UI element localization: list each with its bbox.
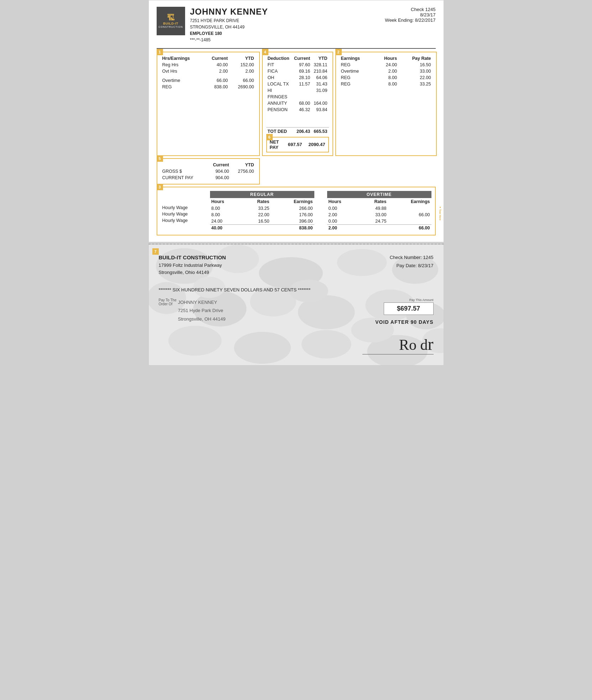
col-current: Current	[203, 55, 229, 62]
check-company-info: BUILD-IT CONSTRUCTION 17999 Foltz Indust…	[159, 253, 226, 277]
regular-header: REGULAR	[210, 191, 314, 198]
net-pay-current: 697.57	[279, 142, 302, 147]
earnings-rate-table: Earnings Hours Pay Rate REG 24.00 16.50 …	[340, 55, 433, 87]
section-3-badge: 3	[157, 184, 163, 190]
check-number: Check 1245	[385, 7, 435, 12]
pay-to-line1: Pay To The	[159, 298, 177, 302]
company-logo: 🏗 BUILD-IT CONSTRUCTION	[157, 7, 185, 35]
pay-amount-box: $697.57	[384, 302, 434, 315]
section-4-badge: 4	[262, 49, 268, 55]
stub-header: 🏗 BUILD-IT CONSTRUCTION JOHNNY KENNEY 72…	[157, 7, 436, 43]
section-2-badge: 2	[335, 49, 342, 55]
pay-date-row: Pay Date: 8/23/17	[390, 261, 434, 270]
spacer-row	[266, 113, 329, 127]
payee-name: JOHNNY KENNEY	[178, 298, 226, 306]
section-2-earnings: 2 Earnings Hours Pay Rate REG 24.00 16.5…	[335, 52, 437, 156]
section-4-deductions: 4 Deduction Current YTD FIT 97.60 328.11	[262, 52, 333, 156]
table-row: FRINGES	[266, 94, 329, 100]
company-name: BUILD-IT CONSTRUCTION	[159, 254, 226, 260]
year-here-label: ◄ Tear Here	[439, 206, 441, 221]
list-item: Hourly Wage	[161, 211, 207, 217]
pay-to-line2: Order Of	[159, 302, 177, 306]
spacer-col	[317, 191, 324, 231]
check-right-side: Pay This Amount $697.57 VOID AFTER 90 DA…	[362, 298, 434, 354]
table-row: CURRENT PAY 904.00	[161, 175, 256, 181]
table-row: 8.00 22.00 176.00	[210, 212, 314, 218]
table-row-spacer	[161, 74, 256, 77]
pay-date-value: 8/23/17	[418, 263, 433, 268]
table-row: 8.00 33.25 266.00	[210, 205, 314, 212]
table-row: GROSS $ 904.00 2756.00	[161, 168, 256, 175]
ssn: ***-**-1485	[190, 37, 268, 43]
table-row: 0.00 49.88	[327, 205, 431, 212]
check-header: BUILD-IT CONSTRUCTION 17999 Foltz Indust…	[159, 253, 434, 277]
net-pay-label: NET PAY	[270, 139, 279, 150]
table-row: REG 8.00 22.00	[340, 74, 433, 81]
table-row: REG 8.00 33.25	[340, 81, 433, 87]
regular-breakdown-table: Hours Rates Earnings 8.00 33.25 266.00 8…	[210, 198, 314, 231]
tot-ded-row: TOT DED 206.43 665.53	[266, 127, 329, 135]
table-row: Ovt Hrs 2.00 2.00	[161, 68, 256, 74]
logo-name: BUILD-IT	[163, 22, 178, 26]
check-number-label: Check Number:	[390, 255, 422, 260]
section-5-badge: 5	[157, 155, 163, 162]
net-pay-ytd: 2090.47	[302, 142, 325, 147]
week-ending: Week Ending: 8/22/2017	[385, 17, 435, 23]
table-row: FIT 97.60 328.11	[266, 62, 329, 68]
list-item: Hourly Wage	[161, 204, 207, 211]
pay-stub: Fold Here Fold Here 🏗 BUILD-IT CONSTRUCT…	[148, 0, 444, 242]
breakdown-labels: Hourly Wage Hourly Wage Hourly Wage	[161, 191, 207, 231]
address-line2: STRONGSVILLE, OH 44149	[190, 24, 268, 30]
pay-to-label: Pay To The Order Of JOHNNY KENNEY 7251 H…	[159, 298, 226, 323]
table-row: REG 24.00 16.50	[340, 62, 433, 68]
check-number-info: Check Number: 1245 Pay Date: 8/23/17	[390, 253, 434, 277]
total-row: 40.00 838.00	[210, 224, 314, 231]
section-7-badge: 7	[152, 248, 159, 255]
table-row: REG 838.00 2690.00	[161, 84, 256, 90]
amount-in-words: ******* SIX HUNDRED NINETY SEVEN DOLLARS…	[159, 287, 434, 292]
logo-sub: CONSTRUCTION	[158, 26, 183, 28]
pay-amount-label: Pay This Amount	[362, 298, 434, 302]
section-3-hourly: 3 Hourly Wage Hourly Wage Hourly Wage RE…	[157, 187, 436, 235]
section-6-net-pay: 6 NET PAY 697.57 2090.47	[266, 137, 329, 152]
list-item: Hourly Wage	[161, 217, 207, 224]
table-row: Reg Hrs 40.00 152.00	[161, 62, 256, 68]
section-6-badge: 6	[266, 134, 273, 140]
table-row: 24.00 16.50 396.00	[210, 218, 314, 225]
pay-date-label: Pay Date:	[396, 263, 417, 268]
table-row: HI 31.09	[266, 87, 329, 94]
table-row: Overtime 2.00 33.00	[340, 68, 433, 74]
gross-table: Current YTD GROSS $ 904.00 2756.00 CURRE…	[161, 162, 256, 181]
table-row: 2.00 33.00 66.00	[327, 212, 431, 218]
check-date: 8/23/17	[385, 12, 435, 17]
payee-addr2: Strongsville, OH 44149	[178, 315, 226, 323]
overtime-breakdown-table: Hours Rates Earnings 0.00 49.88 2.00	[327, 198, 431, 231]
regular-table-container: REGULAR Hours Rates Earnings 8.00 33.25	[210, 191, 314, 231]
hrs-earnings-table: Hrs/Earnings Current YTD Reg Hrs 40.00 1…	[161, 55, 256, 90]
section-1-badge: 1	[157, 49, 163, 55]
payee-info: Pay To The Order Of JOHNNY KENNEY 7251 H…	[159, 298, 226, 324]
company-address2: Strongsville, Ohio 44149	[159, 270, 209, 275]
check-section: 7 BUILD-IT CONSTRUCTION 17999 Foltz Indu…	[148, 244, 444, 365]
employee-info: JOHNNY KENNEY 7251 HYDE PARK DRIVE STRON…	[190, 7, 268, 43]
overtime-table-container: OVERTIME Hours Rates Earnings 0.00 49.88	[327, 191, 431, 231]
address-line1: 7251 HYDE PARK DRIVE	[190, 17, 268, 24]
void-text: VOID AFTER 90 DAYS	[362, 319, 434, 325]
signature-area: Ro dr	[362, 336, 434, 354]
table-row: LOCAL TX 11.57 31.43	[266, 81, 329, 87]
overtime-header: OVERTIME	[327, 191, 431, 198]
signature-image: Ro dr	[362, 336, 434, 353]
section-1-hrs-earnings: 1 Hrs/Earnings Current YTD Reg Hrs 40.00…	[157, 52, 260, 156]
employee-id: EMPLOYEE 180	[190, 30, 268, 37]
payee-addr1: 7251 Hyde Park Drive	[178, 306, 226, 315]
col-hrs-earnings: Hrs/Earnings	[161, 55, 203, 62]
crane-icon: 🏗	[167, 14, 175, 22]
col-ytd: YTD	[229, 55, 256, 62]
table-row: PENSION 46.32 93.84	[266, 107, 329, 113]
check-bottom: Pay To The Order Of JOHNNY KENNEY 7251 H…	[159, 298, 434, 354]
table-row: FICA 69.16 210.84	[266, 68, 329, 74]
empty-space-2	[262, 158, 332, 185]
total-row: 2.00 66.00	[327, 224, 431, 231]
empty-space-3	[334, 158, 436, 185]
check-number-row: Check Number: 1245	[390, 253, 434, 261]
